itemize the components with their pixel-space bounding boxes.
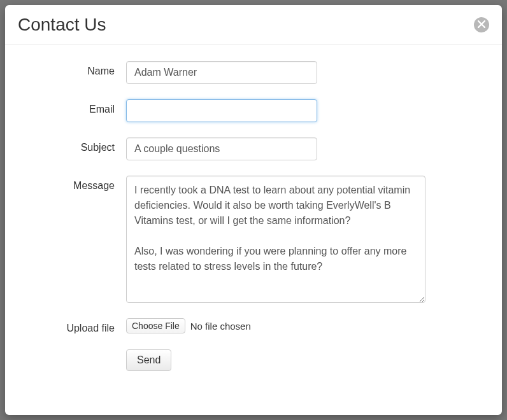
name-input[interactable] [126, 61, 317, 84]
message-textarea[interactable] [126, 176, 425, 303]
message-row: Message [31, 176, 457, 303]
file-status-text: No file chosen [190, 321, 251, 332]
message-label: Message [31, 176, 126, 192]
send-button[interactable]: Send [126, 349, 171, 371]
choose-file-button[interactable]: Choose File [126, 318, 185, 333]
spacer-label [31, 349, 126, 354]
upload-row: Upload file Choose File No file chosen [31, 318, 457, 334]
file-input-group: Choose File No file chosen [126, 318, 251, 333]
modal-title: Contact Us [18, 15, 106, 35]
close-button[interactable] [474, 17, 489, 32]
upload-label: Upload file [31, 318, 126, 334]
email-input[interactable] [126, 99, 317, 122]
subject-row: Subject [31, 137, 457, 160]
subject-input[interactable] [126, 137, 317, 160]
subject-label: Subject [31, 137, 126, 153]
submit-row: Send [31, 349, 457, 371]
email-label: Email [31, 99, 126, 115]
modal-body: Name Email Subject Message Upload file C… [5, 45, 502, 415]
contact-modal: Contact Us Name Email Subject Message Up… [5, 5, 502, 415]
close-icon [478, 20, 485, 30]
name-row: Name [31, 61, 457, 84]
modal-header: Contact Us [5, 5, 502, 45]
name-label: Name [31, 61, 126, 77]
email-row: Email [31, 99, 457, 122]
